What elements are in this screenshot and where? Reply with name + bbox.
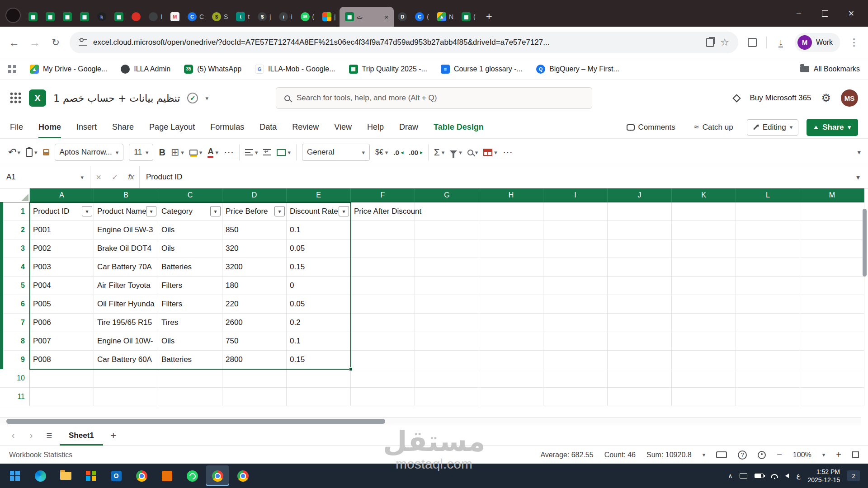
browser-tab[interactable]: CC <box>184 7 208 27</box>
browser-tab[interactable]: C( <box>411 7 433 27</box>
browser-tab[interactable]: ▦ <box>110 7 127 27</box>
cell-C3[interactable]: Oils <box>158 239 222 258</box>
row-header-7[interactable]: 7 <box>0 314 30 332</box>
confirm-entry-icon[interactable] <box>107 173 123 182</box>
column-header-L[interactable]: L <box>736 188 800 202</box>
bookmark-star-icon[interactable] <box>720 37 729 48</box>
all-bookmarks[interactable]: All Bookmarks <box>800 65 860 73</box>
browser-tab[interactable]: $j <box>254 7 275 27</box>
zoom-dropdown-icon[interactable] <box>822 451 826 458</box>
cell-J10[interactable] <box>608 369 672 388</box>
undo-button[interactable] <box>7 146 20 158</box>
merge-cells-button[interactable] <box>277 149 291 156</box>
cell-C8[interactable]: Oils <box>158 332 222 351</box>
cell-E6[interactable]: 0.05 <box>287 295 351 314</box>
column-header-E[interactable]: E <box>287 188 351 202</box>
formula-input[interactable]: Product ID <box>139 166 848 188</box>
cell-J9[interactable] <box>608 351 672 369</box>
increase-decimal-button[interactable]: .00▸ <box>409 149 422 156</box>
cell-G8[interactable] <box>415 332 479 351</box>
cell-C4[interactable]: Batteries <box>158 258 222 277</box>
window-minimize-button[interactable] <box>786 0 812 27</box>
copy-link-icon[interactable] <box>706 38 714 47</box>
font-size-combo[interactable]: 11 <box>129 144 153 161</box>
cell-E2[interactable]: 0.1 <box>287 221 351 239</box>
status-agg-dropdown-icon[interactable] <box>703 451 706 458</box>
cell-E3[interactable]: 0.05 <box>287 239 351 258</box>
cell-C9[interactable]: Batteries <box>158 351 222 369</box>
bookmark-item[interactable]: ▲My Drive - Google... <box>30 65 107 74</box>
cell-H8[interactable] <box>479 332 543 351</box>
menu-tab-view[interactable]: View <box>334 116 352 138</box>
more-font-options-button[interactable] <box>224 146 234 158</box>
cell-I6[interactable] <box>543 295 608 314</box>
cell-L2[interactable] <box>736 221 800 239</box>
cancel-entry-icon[interactable] <box>90 172 107 183</box>
cell-J2[interactable] <box>608 221 672 239</box>
cell-K10[interactable] <box>672 369 736 388</box>
column-filter-button-E[interactable] <box>339 206 349 216</box>
cell-I11[interactable] <box>543 388 608 406</box>
font-color-button[interactable] <box>208 147 218 158</box>
forward-button[interactable] <box>28 36 42 49</box>
chrome-active-icon[interactable] <box>206 465 229 486</box>
cell-K1[interactable] <box>672 202 736 221</box>
browser-tab[interactable]: M <box>166 7 184 27</box>
sheet-tab-sheet1[interactable]: Sheet1 <box>60 425 103 446</box>
browser-tab[interactable]: ▦ <box>59 7 76 27</box>
cell-H9[interactable] <box>479 351 543 369</box>
cell-A9[interactable]: P008 <box>30 351 94 369</box>
cell-B7[interactable]: Tire 195/65 R15 <box>94 314 158 332</box>
row-header-4[interactable]: 4 <box>0 258 30 277</box>
cell-G3[interactable] <box>415 239 479 258</box>
cell-K7[interactable] <box>672 314 736 332</box>
row-header-1[interactable]: 1 <box>0 202 30 221</box>
cell-J1[interactable] <box>608 202 672 221</box>
bookmark-item[interactable]: GILLA-Mob - Google... <box>255 65 335 74</box>
cell-E4[interactable]: 0.15 <box>287 258 351 277</box>
cell-C5[interactable]: Filters <box>158 277 222 295</box>
column-header-B[interactable]: B <box>94 188 158 202</box>
browser-tab[interactable]: ▦( <box>458 7 480 27</box>
tab-close-icon[interactable]: × <box>385 13 389 21</box>
column-filter-button-A[interactable] <box>82 206 92 216</box>
cell-A8[interactable]: P007 <box>30 332 94 351</box>
column-header-J[interactable]: J <box>608 188 672 202</box>
collapse-ribbon-button[interactable] <box>857 148 861 156</box>
start-button[interactable] <box>4 465 26 486</box>
cell-G11[interactable] <box>415 388 479 406</box>
cell-E9[interactable]: 0.15 <box>287 351 351 369</box>
cell-J4[interactable] <box>608 258 672 277</box>
browser-tab[interactable]: 35( <box>297 7 319 27</box>
menu-tab-table-design[interactable]: Table Design <box>434 116 484 138</box>
settings-gear-icon[interactable] <box>821 92 831 104</box>
bookmark-item[interactable]: QBigQuery – My First... <box>536 65 619 74</box>
cell-K5[interactable] <box>672 277 736 295</box>
menu-tab-page-layout[interactable]: Page Layout <box>149 116 195 138</box>
insert-function-icon[interactable] <box>123 173 139 182</box>
browser-tab[interactable]: k <box>93 7 110 27</box>
cell-H3[interactable] <box>479 239 543 258</box>
cell-H1[interactable] <box>479 202 543 221</box>
zoom-level[interactable]: 100% <box>793 451 811 459</box>
notification-badge[interactable]: 2 <box>847 470 860 481</box>
menu-tab-help[interactable]: Help <box>367 116 384 138</box>
cell-E11[interactable] <box>287 388 351 406</box>
horizontal-scrollbar[interactable] <box>0 417 861 425</box>
cell-J3[interactable] <box>608 239 672 258</box>
autosum-button[interactable] <box>434 147 445 158</box>
cell-G10[interactable] <box>415 369 479 388</box>
browser-profile-icon[interactable] <box>5 8 21 23</box>
cell-L7[interactable] <box>736 314 800 332</box>
excel-search-box[interactable]: Search for tools, help, and more (Alt + … <box>276 87 592 109</box>
cell-C10[interactable] <box>158 369 222 388</box>
cell-J8[interactable] <box>608 332 672 351</box>
cell-A3[interactable]: P002 <box>30 239 94 258</box>
profile-chip[interactable]: M Work <box>795 33 840 52</box>
column-filter-button-D[interactable] <box>274 206 285 216</box>
column-header-G[interactable]: G <box>415 188 479 202</box>
volume-icon[interactable] <box>785 474 789 478</box>
cell-F11[interactable] <box>351 388 415 406</box>
cell-I8[interactable] <box>543 332 608 351</box>
menu-tab-insert[interactable]: Insert <box>76 116 97 138</box>
